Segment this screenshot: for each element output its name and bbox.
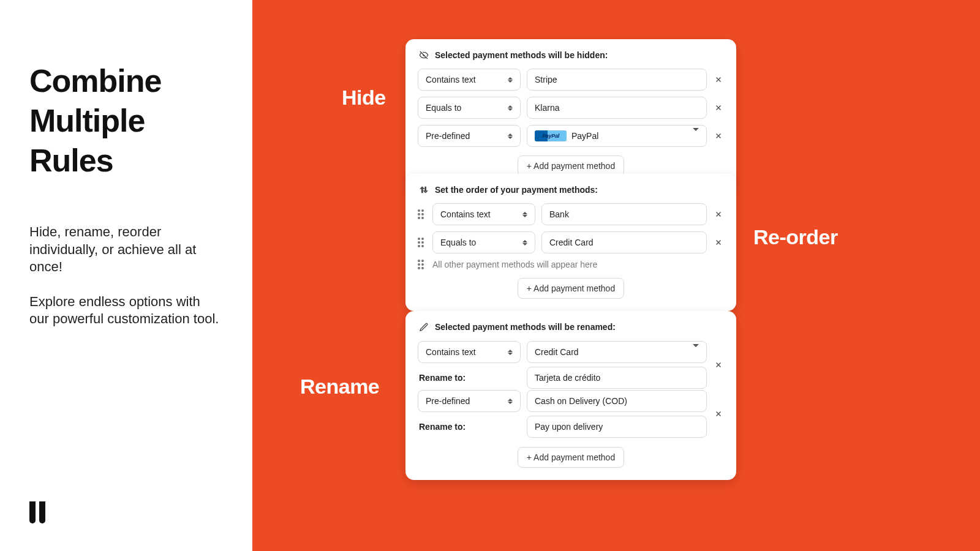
add-payment-method-button[interactable]: + Add payment method [518, 278, 624, 299]
operator-select[interactable]: Contains text [418, 69, 521, 91]
hide-row-0: Contains text Stripe [418, 69, 724, 91]
chevron-down-icon [693, 347, 699, 357]
card-reorder-header-text: Set the order of your payment methods: [435, 185, 598, 195]
card-reorder: Set the order of your payment methods: C… [405, 174, 736, 311]
card-reorder-header: Set the order of your payment methods: [418, 185, 724, 195]
title-line-3: Rules [29, 141, 223, 181]
marketing-left-panel: Combine Multiple Rules Hide, rename, reo… [0, 0, 252, 551]
remove-group-button[interactable] [713, 359, 724, 370]
tag-reorder: Re-order [753, 225, 838, 249]
value-input[interactable]: Cash on Delivery (COD) [527, 390, 707, 412]
drag-handle-icon[interactable] [418, 238, 426, 247]
value-input[interactable]: Klarna [527, 97, 707, 119]
rename-group-0: Contains text Credit Card Rename to: Tar… [418, 340, 724, 389]
operator-select[interactable]: Contains text [418, 341, 521, 363]
rename-to-label: Rename to: [418, 367, 521, 389]
page-description: Hide, rename, reorder individually, or a… [29, 223, 223, 328]
brand-logo [29, 501, 47, 523]
card-hide-header-text: Selected payment methods will be hidden: [435, 50, 608, 60]
reorder-hint-row: All other payment methods will appear he… [418, 260, 724, 269]
value-input[interactable]: Credit Card [541, 231, 707, 253]
rename-group-1: Pre-defined Cash on Delivery (COD) Renam… [418, 389, 724, 438]
reorder-row-0: Contains text Bank [418, 203, 724, 225]
desc-paragraph-1: Hide, rename, reorder individually, or a… [29, 223, 223, 276]
value-input[interactable]: Bank [541, 203, 707, 225]
value-select[interactable]: Credit Card [527, 341, 707, 363]
sort-icon [508, 105, 513, 111]
title-line-2: Multiple [29, 101, 223, 141]
remove-row-button[interactable] [713, 102, 724, 113]
sort-icon [522, 212, 527, 217]
tag-rename: Rename [300, 375, 379, 399]
rename-to-input[interactable]: Pay upon delivery [527, 416, 707, 438]
operator-select[interactable]: Pre-defined [418, 125, 521, 147]
title-line-1: Combine [29, 61, 223, 101]
remove-row-button[interactable] [713, 130, 724, 141]
reorder-row-1: Equals to Credit Card [418, 231, 724, 253]
sort-icon [508, 133, 513, 139]
add-payment-method-button[interactable]: + Add payment method [518, 156, 624, 176]
card-rename-header-text: Selected payment methods will be renamed… [435, 322, 616, 332]
paypal-icon: PayPal [535, 130, 567, 141]
hide-row-1: Equals to Klarna [418, 97, 724, 119]
desc-paragraph-2: Explore endless options with our powerfu… [29, 293, 223, 328]
sort-icon [508, 77, 513, 83]
rename-to-label: Rename to: [418, 416, 521, 438]
drag-handle-icon[interactable] [418, 209, 426, 219]
rename-to-input[interactable]: Tarjeta de crédito [527, 367, 707, 389]
remove-row-button[interactable] [713, 237, 724, 248]
cards-panel: Hide Re-order Rename Selected payment me… [252, 0, 980, 551]
value-select[interactable]: PayPalPayPal [527, 125, 707, 147]
operator-select[interactable]: Equals to [432, 231, 535, 253]
sort-icon [508, 399, 513, 404]
card-hide-header: Selected payment methods will be hidden: [418, 50, 724, 60]
sort-icon [508, 350, 513, 355]
reorder-icon [419, 185, 429, 195]
chevron-down-icon [693, 131, 699, 141]
hide-row-2: Pre-defined PayPalPayPal [418, 125, 724, 147]
card-hide: Selected payment methods will be hidden:… [405, 39, 736, 189]
remove-group-button[interactable] [713, 408, 724, 419]
operator-select[interactable]: Pre-defined [418, 390, 521, 412]
card-rename-header: Selected payment methods will be renamed… [418, 322, 724, 332]
remove-row-button[interactable] [713, 209, 724, 220]
sort-icon [522, 240, 527, 246]
card-rename: Selected payment methods will be renamed… [405, 311, 736, 480]
operator-select[interactable]: Equals to [418, 97, 521, 119]
page-title: Combine Multiple Rules [29, 61, 223, 181]
tag-hide: Hide [342, 86, 386, 110]
remove-row-button[interactable] [713, 74, 724, 85]
pencil-icon [419, 322, 429, 332]
value-input[interactable]: Stripe [527, 69, 707, 91]
drag-handle-icon[interactable] [418, 260, 426, 269]
eye-off-icon [419, 50, 429, 60]
reorder-hint-text: All other payment methods will appear he… [432, 260, 597, 269]
add-payment-method-button[interactable]: + Add payment method [518, 447, 624, 468]
operator-select[interactable]: Contains text [432, 203, 535, 225]
